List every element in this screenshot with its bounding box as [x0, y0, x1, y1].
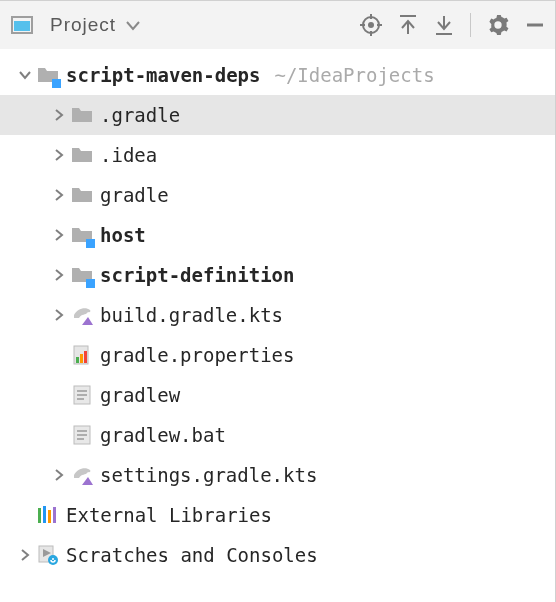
node-label: .gradle — [100, 104, 180, 126]
chevron-right-icon[interactable] — [48, 268, 70, 282]
tree-row[interactable]: settings.gradle.kts — [0, 455, 555, 495]
dropdown-icon — [126, 15, 140, 36]
project-tree[interactable]: script-maven-deps ~/IdeaProjects .gradle… — [0, 49, 555, 575]
project-title: Project — [50, 14, 116, 36]
svg-rect-17 — [84, 351, 87, 363]
module-folder-icon — [70, 263, 94, 287]
locate-icon[interactable] — [360, 14, 382, 36]
tree-row-root[interactable]: script-maven-deps ~/IdeaProjects — [0, 55, 555, 95]
expand-all-icon[interactable] — [398, 14, 418, 36]
svg-rect-1 — [14, 21, 30, 31]
window-icon — [10, 13, 34, 37]
chevron-right-icon[interactable] — [48, 308, 70, 322]
node-label: build.gradle.kts — [100, 304, 283, 326]
project-view-selector[interactable]: Project — [10, 13, 350, 37]
folder-icon — [70, 183, 94, 207]
node-label: gradlew — [100, 384, 180, 406]
node-label: script-maven-deps — [66, 64, 260, 86]
tree-row-external-libraries[interactable]: External Libraries — [0, 495, 555, 535]
svg-rect-15 — [76, 357, 79, 363]
properties-file-icon — [70, 343, 94, 367]
tree-row[interactable]: gradle.properties — [0, 335, 555, 375]
project-toolbar: Project — [0, 1, 555, 49]
collapse-all-icon[interactable] — [434, 14, 454, 36]
svg-rect-27 — [38, 508, 41, 523]
toolbar-actions — [360, 13, 545, 37]
minimize-icon[interactable] — [525, 15, 545, 35]
tree-row-scratches[interactable]: Scratches and Consoles — [0, 535, 555, 575]
gradle-kts-icon — [70, 463, 94, 487]
node-label: host — [100, 224, 146, 246]
node-label: gradle — [100, 184, 169, 206]
svg-rect-16 — [80, 354, 83, 363]
chevron-right-icon[interactable] — [14, 548, 36, 562]
chevron-right-icon[interactable] — [48, 468, 70, 482]
node-label: .idea — [100, 144, 157, 166]
node-label: settings.gradle.kts — [100, 464, 317, 486]
chevron-down-icon[interactable] — [14, 68, 36, 82]
scratches-icon — [36, 543, 60, 567]
svg-rect-28 — [43, 506, 46, 523]
chevron-right-icon[interactable] — [48, 228, 70, 242]
tree-row[interactable]: .idea — [0, 135, 555, 175]
folder-icon — [70, 143, 94, 167]
module-folder-icon — [70, 223, 94, 247]
tree-row[interactable]: .gradle — [0, 95, 555, 135]
toolbar-divider — [470, 13, 471, 37]
folder-icon — [70, 103, 94, 127]
svg-rect-30 — [53, 507, 56, 523]
gear-icon[interactable] — [487, 14, 509, 36]
module-folder-icon — [36, 63, 60, 87]
gradle-kts-icon — [70, 303, 94, 327]
svg-point-3 — [368, 22, 374, 28]
svg-rect-29 — [48, 510, 51, 523]
tree-row[interactable]: gradlew.bat — [0, 415, 555, 455]
node-path: ~/IdeaProjects — [274, 64, 434, 86]
chevron-right-icon[interactable] — [48, 108, 70, 122]
libraries-icon — [36, 503, 60, 527]
tree-row[interactable]: gradlew — [0, 375, 555, 415]
tree-row[interactable]: script-definition — [0, 255, 555, 295]
node-label: gradlew.bat — [100, 424, 226, 446]
chevron-right-icon[interactable] — [48, 188, 70, 202]
node-label: script-definition — [100, 264, 294, 286]
svg-marker-26 — [82, 477, 93, 485]
tree-row[interactable]: gradle — [0, 175, 555, 215]
node-label: Scratches and Consoles — [66, 544, 318, 566]
chevron-right-icon[interactable] — [48, 148, 70, 162]
text-file-icon — [70, 423, 94, 447]
node-label: gradle.properties — [100, 344, 294, 366]
node-label: External Libraries — [66, 504, 272, 526]
tree-row[interactable]: host — [0, 215, 555, 255]
text-file-icon — [70, 383, 94, 407]
svg-marker-13 — [82, 317, 93, 325]
tree-row[interactable]: build.gradle.kts — [0, 295, 555, 335]
